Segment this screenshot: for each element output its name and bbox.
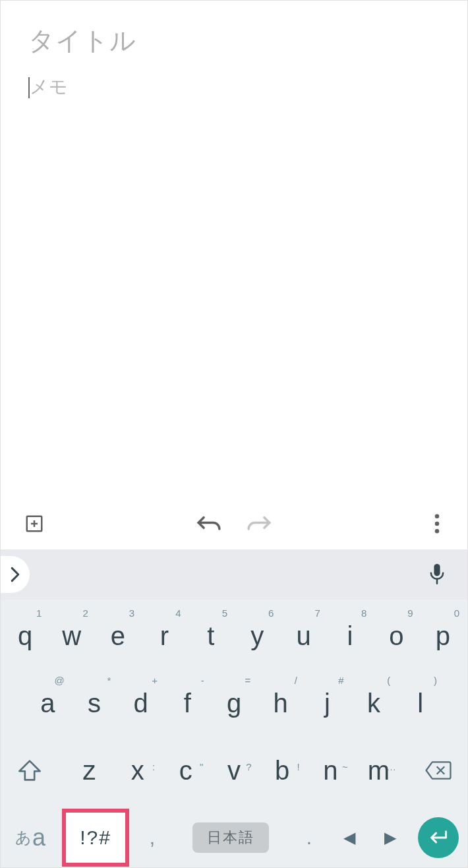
key-main-label: e: [111, 621, 125, 651]
key-s[interactable]: s*: [71, 669, 118, 737]
key-hint-label: 4: [175, 607, 181, 619]
comma-key[interactable]: ,: [132, 804, 172, 868]
key-j[interactable]: j#: [304, 669, 351, 737]
svg-point-4: [435, 522, 440, 526]
enter-key[interactable]: [411, 804, 466, 868]
key-hint-label: 8: [361, 607, 366, 619]
key-main-label: d: [134, 689, 148, 718]
shift-icon: [18, 759, 42, 782]
key-hint-label: (: [387, 675, 390, 686]
suggestion-strip: [1, 549, 467, 600]
key-main-label: p: [436, 621, 450, 651]
key-main-label: u: [296, 621, 310, 651]
key-i[interactable]: i8: [327, 602, 373, 669]
key-m[interactable]: m…: [355, 756, 403, 786]
key-main-label: c: [179, 756, 192, 786]
key-x[interactable]: x:: [113, 756, 161, 786]
key-hint-label: …: [386, 761, 396, 772]
key-b[interactable]: b!: [258, 756, 307, 786]
key-a[interactable]: a@: [24, 669, 71, 737]
key-main-label: q: [18, 621, 32, 651]
lang-eng-glyph: a: [32, 824, 45, 852]
note-editor: タイトル メモ: [1, 1, 467, 100]
key-main-label: o: [389, 621, 403, 651]
expand-suggestions-button[interactable]: [1, 556, 30, 593]
key-hint-label: @: [54, 675, 64, 686]
svg-point-3: [435, 514, 440, 519]
key-hint-label: !: [297, 761, 300, 772]
key-main-label: t: [207, 621, 214, 651]
key-hint-label: /: [295, 675, 297, 686]
key-main-label: w: [62, 621, 81, 651]
key-main-label: s: [88, 689, 101, 718]
key-q[interactable]: q1: [2, 602, 48, 669]
key-d[interactable]: d+: [117, 669, 164, 737]
key-g[interactable]: g=: [211, 669, 258, 737]
key-w[interactable]: w2: [48, 602, 94, 669]
keyboard-row-4: あa !?# , 日本語 . ◀ ▶: [1, 804, 467, 868]
language-switch-key[interactable]: あa: [2, 804, 59, 868]
keyboard-row-2: a@s*d+f-g=h/j#k(l): [1, 669, 467, 737]
note-toolbar: [1, 497, 467, 550]
key-hint-label: 2: [82, 607, 88, 619]
voice-input-button[interactable]: [429, 564, 445, 585]
key-v[interactable]: v?: [210, 756, 258, 786]
key-e[interactable]: e3: [95, 602, 141, 669]
key-hint-label: 7: [314, 607, 320, 619]
cursor-right-key[interactable]: ▶: [370, 804, 411, 868]
key-main-label: k: [367, 689, 380, 718]
add-box-icon: [24, 514, 44, 534]
key-o[interactable]: o9: [373, 602, 419, 669]
key-hint-label: 9: [407, 607, 413, 619]
symbol-key[interactable]: !?#: [62, 809, 129, 867]
text-cursor: [28, 77, 30, 98]
key-main-label: f: [184, 689, 191, 718]
key-p[interactable]: p0: [420, 602, 466, 669]
key-hint-label: 5: [222, 607, 227, 619]
cursor-left-key[interactable]: ◀: [329, 804, 370, 868]
key-z[interactable]: z: [65, 756, 113, 786]
key-hint-label: #: [338, 675, 343, 686]
key-main-label: x: [131, 756, 144, 786]
key-main-label: l: [417, 689, 423, 718]
add-button[interactable]: [24, 514, 44, 534]
key-hint-label: 0: [454, 607, 459, 619]
enter-icon: [428, 830, 448, 846]
key-hint-label: ": [200, 761, 203, 772]
key-hint-label: 1: [36, 607, 42, 619]
key-c[interactable]: c": [161, 756, 210, 786]
title-input[interactable]: タイトル: [28, 23, 440, 59]
key-r[interactable]: r4: [141, 602, 187, 669]
undo-button[interactable]: [196, 514, 221, 534]
key-t[interactable]: t5: [188, 602, 234, 669]
body-input[interactable]: メモ: [28, 75, 440, 100]
key-y[interactable]: y6: [234, 602, 280, 669]
undo-icon: [196, 514, 221, 534]
key-hint-label: *: [107, 675, 111, 686]
space-key[interactable]: 日本語: [172, 804, 289, 868]
svg-rect-6: [434, 564, 440, 576]
mic-icon: [429, 564, 445, 585]
key-main-label: g: [227, 689, 241, 718]
redo-button[interactable]: [247, 514, 272, 534]
key-u[interactable]: u7: [280, 602, 326, 669]
shift-key[interactable]: [2, 759, 57, 782]
backspace-key[interactable]: [411, 760, 466, 780]
key-hint-label: :: [152, 761, 155, 772]
key-l[interactable]: l): [397, 669, 444, 737]
period-key[interactable]: .: [289, 804, 329, 868]
key-hint-label: 3: [129, 607, 134, 619]
key-main-label: n: [323, 756, 337, 786]
key-main-label: a: [40, 689, 55, 718]
key-k[interactable]: k(: [351, 669, 397, 737]
key-main-label: h: [274, 689, 288, 718]
key-h[interactable]: h/: [257, 669, 304, 737]
more-button[interactable]: [434, 514, 440, 534]
key-n[interactable]: n~: [307, 756, 355, 786]
key-hint-label: +: [152, 675, 158, 686]
chevron-right-icon: [10, 567, 20, 582]
key-hint-label: =: [245, 675, 251, 686]
key-f[interactable]: f-: [164, 669, 211, 737]
lang-jpn-glyph: あ: [15, 827, 32, 848]
key-hint-label: 6: [268, 607, 274, 619]
